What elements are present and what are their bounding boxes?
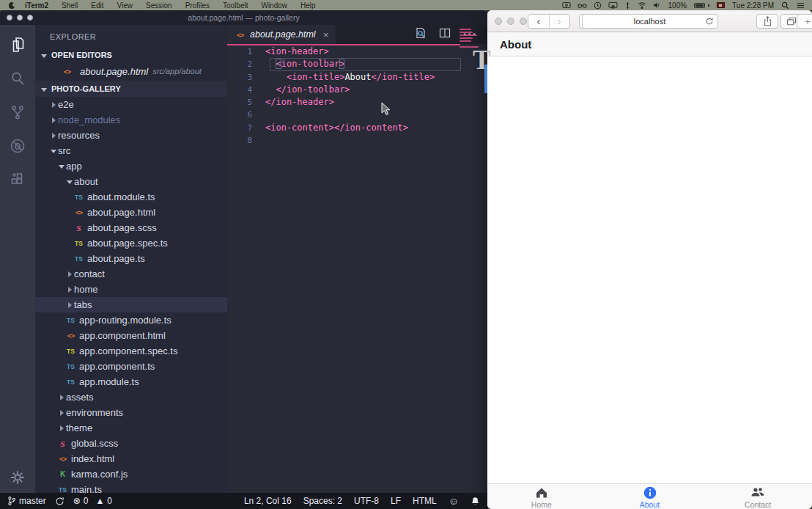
minimize-window-button[interactable] (17, 15, 23, 21)
code-line-1[interactable]: 1<ion-header> (227, 45, 487, 58)
notifications-bell-icon[interactable] (470, 497, 480, 506)
zoom-window-button[interactable] (27, 15, 33, 21)
extensions-icon[interactable] (8, 170, 27, 189)
code-line-7[interactable]: 7<ion-content></ion-content> (227, 122, 487, 134)
feedback-smiley-icon[interactable]: ☺ (449, 495, 459, 507)
screen-capture-icon[interactable] (562, 1, 571, 9)
tab-contact[interactable]: Contact (704, 484, 812, 509)
menu-window[interactable]: Window (254, 1, 294, 10)
tree-item-about[interactable]: about (35, 174, 227, 189)
safari-window: ‹ › localhost + About HomeAboutContact (487, 10, 812, 509)
tree-item-environments[interactable]: environments (35, 405, 227, 420)
menu-toolbelt[interactable]: Toolbelt (216, 1, 254, 10)
new-tab-button[interactable]: + (797, 14, 812, 29)
tree-item-tabs[interactable]: tabs (35, 297, 227, 312)
tree-item-resources[interactable]: resources (35, 128, 227, 143)
forward-button[interactable]: › (549, 15, 570, 28)
tree-item-app-routing-module-ts[interactable]: TSapp-routing.module.ts (35, 312, 227, 328)
debug-icon[interactable] (8, 136, 27, 155)
code-line-4[interactable]: 4 </ion-toolbar> (227, 84, 487, 96)
tree-item-home[interactable]: home (35, 282, 227, 297)
safari-window-controls[interactable] (495, 18, 527, 25)
tree-item-contact[interactable]: contact (35, 266, 227, 282)
tab-about-page-html[interactable]: <> about.page.html × (227, 25, 336, 44)
project-section[interactable]: PHOTO-GALLERY (35, 81, 227, 97)
settings-gear-icon[interactable] (0, 469, 35, 486)
tree-item-src[interactable]: src (35, 143, 227, 158)
share-button[interactable] (756, 14, 778, 29)
split-editor-icon[interactable] (439, 27, 451, 42)
tree-item-about-page-ts[interactable]: TSabout.page.ts (35, 251, 227, 266)
dongle-icon[interactable] (624, 1, 631, 10)
close-window-button[interactable] (7, 15, 12, 21)
timer-icon[interactable] (594, 1, 602, 10)
tree-item-app-component-ts[interactable]: TSapp.component.ts (35, 359, 227, 374)
tree-item-about-page-scss[interactable]: Sabout.page.scss (35, 220, 227, 235)
menu-profiles[interactable]: Profiles (179, 1, 216, 10)
tab-about[interactable]: About (596, 484, 704, 509)
menu-view[interactable]: View (111, 1, 140, 10)
reload-icon[interactable] (705, 17, 714, 27)
menu-edit[interactable]: Edit (84, 1, 110, 10)
menu-session[interactable]: Session (139, 1, 179, 10)
cursor-position[interactable]: Ln 2, Col 16 (244, 496, 292, 506)
tree-item-assets[interactable]: assets (35, 389, 227, 405)
vscode-titlebar[interactable]: about.page.html — photo-gallery (0, 10, 487, 25)
sync-icon[interactable] (55, 497, 64, 506)
menubar-clock[interactable]: Tue 2:28 PM (732, 1, 774, 10)
tree-item-index-html[interactable]: <>index.html (35, 451, 227, 466)
eol[interactable]: LF (391, 496, 401, 506)
editor-tab-bar: <> about.page.html × ··· (227, 25, 487, 44)
tree-item-e2e[interactable]: e2e (35, 97, 227, 112)
glasses-icon[interactable] (577, 2, 587, 9)
tree-item-app-module-ts[interactable]: TSapp.module.ts (35, 374, 227, 389)
close-tab-icon[interactable]: × (323, 29, 329, 40)
explorer-icon[interactable] (8, 35, 27, 54)
source-control-icon[interactable] (8, 103, 27, 122)
tree-item-about-page-html[interactable]: <>about.page.html (35, 205, 227, 220)
tree-item-about-module-ts[interactable]: TSabout.module.ts (35, 189, 227, 205)
open-editor-item[interactable]: <> about.page.html src/app/about (35, 63, 227, 79)
tree-item-label: resources (58, 130, 100, 141)
volume-icon[interactable] (653, 1, 661, 9)
tree-item-karma-conf-js[interactable]: Kkarma.conf.js (35, 466, 227, 482)
notification-center-icon[interactable] (797, 1, 805, 10)
code-line-2[interactable]: 2 <ion-toolbar> (227, 58, 487, 70)
address-bar[interactable]: localhost (582, 14, 718, 29)
problems-indicator[interactable]: ⊗ 0 ▲ 0 (73, 496, 112, 506)
tree-item-global-scss[interactable]: Sglobal.scss (35, 436, 227, 451)
tree-item-main-ts[interactable]: TSmain.ts (35, 482, 227, 493)
open-preview-icon[interactable] (415, 27, 427, 42)
back-button[interactable]: ‹ (528, 15, 549, 28)
tree-item-about-page-spec-ts[interactable]: TSabout.page.spec.ts (35, 235, 227, 251)
git-branch-indicator[interactable]: master (7, 496, 46, 506)
code-line-6[interactable]: 6 (227, 109, 487, 121)
zoom-window-button[interactable] (520, 18, 527, 25)
language-mode[interactable]: HTML (413, 496, 437, 506)
code-line-3[interactable]: 3 <ion-title>About</ion-title> (227, 71, 487, 84)
wifi-icon[interactable] (638, 1, 646, 9)
tree-item-app-component-spec-ts[interactable]: TSapp.component.spec.ts (35, 343, 227, 359)
menu-iterm2[interactable]: iTerm2 (18, 1, 55, 10)
code-line-5[interactable]: 5</ion-header> (227, 96, 487, 109)
search-icon[interactable] (8, 69, 27, 88)
minimize-window-button[interactable] (507, 18, 514, 25)
display-mirroring-icon[interactable] (608, 1, 618, 9)
menu-shell[interactable]: Shell (55, 1, 84, 10)
vscode-window-controls[interactable] (7, 15, 33, 21)
tree-item-app-component-html[interactable]: <>app.component.html (35, 328, 227, 343)
code-line-8[interactable]: 8 (227, 134, 487, 147)
menu-help[interactable]: Help (294, 1, 322, 10)
tree-item-theme[interactable]: theme (35, 420, 227, 436)
input-source-flag-icon[interactable] (717, 2, 725, 8)
apple-menu-icon[interactable] (7, 1, 15, 10)
open-editors-section[interactable]: OPEN EDITORS (35, 47, 227, 63)
spotlight-icon[interactable] (781, 1, 789, 10)
tree-item-node-modules[interactable]: node_modules (35, 112, 227, 128)
indentation[interactable]: Spaces: 2 (303, 496, 342, 506)
tab-home[interactable]: Home (487, 484, 596, 509)
code-area[interactable]: 1<ion-header>2 <ion-toolbar>3 <ion-title… (227, 45, 487, 493)
tree-item-app[interactable]: app (35, 158, 227, 174)
encoding[interactable]: UTF-8 (354, 496, 379, 506)
close-window-button[interactable] (495, 18, 502, 25)
